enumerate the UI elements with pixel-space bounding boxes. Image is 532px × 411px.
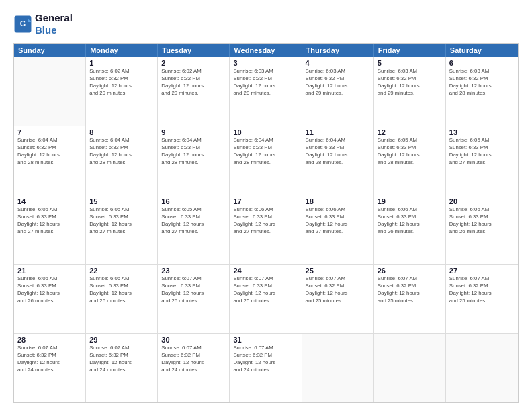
day-number: 19 [378,197,442,205]
day-number: 15 [89,197,154,205]
day-info: Sunrise: 6:07 AM Sunset: 6:32 PM Dayligh… [233,345,298,374]
day-cell-1: 1Sunrise: 6:02 AM Sunset: 6:32 PM Daylig… [86,57,158,126]
day-number: 22 [89,267,154,275]
day-info: Sunrise: 6:04 AM Sunset: 6:33 PM Dayligh… [306,137,370,167]
day-number: 7 [17,128,82,136]
day-cell-30: 30Sunrise: 6:07 AM Sunset: 6:32 PM Dayli… [158,334,230,402]
day-info: Sunrise: 6:07 AM Sunset: 6:32 PM Dayligh… [89,345,154,374]
day-cell-5: 5Sunrise: 6:03 AM Sunset: 6:32 PM Daylig… [374,57,446,126]
day-info: Sunrise: 6:05 AM Sunset: 6:33 PM Dayligh… [449,137,515,167]
day-info: Sunrise: 6:07 AM Sunset: 6:33 PM Dayligh… [161,275,226,305]
day-cell-10: 10Sunrise: 6:04 AM Sunset: 6:33 PM Dayli… [230,126,302,195]
day-cell-23: 23Sunrise: 6:07 AM Sunset: 6:33 PM Dayli… [158,265,230,333]
day-info: Sunrise: 6:07 AM Sunset: 6:33 PM Dayligh… [233,275,298,305]
day-cell-15: 15Sunrise: 6:05 AM Sunset: 6:33 PM Dayli… [86,195,158,264]
day-number: 11 [306,128,370,136]
day-number: 16 [161,197,226,205]
day-info: Sunrise: 6:06 AM Sunset: 6:33 PM Dayligh… [89,275,154,305]
day-number: 21 [17,267,82,275]
day-cell-25: 25Sunrise: 6:07 AM Sunset: 6:32 PM Dayli… [302,265,374,333]
week-row-1: 7Sunrise: 6:04 AM Sunset: 6:32 PM Daylig… [14,126,518,195]
logo-icon: G [13,15,32,34]
day-number: 18 [306,197,370,205]
day-number: 23 [161,267,226,275]
day-info: Sunrise: 6:05 AM Sunset: 6:33 PM Dayligh… [378,137,442,167]
day-cell-7: 7Sunrise: 6:04 AM Sunset: 6:32 PM Daylig… [14,126,86,195]
day-info: Sunrise: 6:04 AM Sunset: 6:33 PM Dayligh… [89,137,154,167]
day-number: 30 [161,336,226,344]
day-number: 4 [306,59,370,67]
calendar: SundayMondayTuesdayWednesdayThursdayFrid… [13,43,519,403]
day-number: 13 [449,128,515,136]
day-info: Sunrise: 6:04 AM Sunset: 6:33 PM Dayligh… [233,137,298,167]
day-info: Sunrise: 6:07 AM Sunset: 6:32 PM Dayligh… [161,345,226,374]
day-number: 20 [449,197,515,205]
empty-cell [302,334,374,402]
day-info: Sunrise: 6:07 AM Sunset: 6:32 PM Dayligh… [17,345,82,374]
day-cell-17: 17Sunrise: 6:06 AM Sunset: 6:33 PM Dayli… [230,195,302,264]
day-info: Sunrise: 6:03 AM Sunset: 6:32 PM Dayligh… [233,68,298,97]
day-cell-19: 19Sunrise: 6:06 AM Sunset: 6:33 PM Dayli… [374,195,446,264]
day-info: Sunrise: 6:06 AM Sunset: 6:33 PM Dayligh… [306,206,370,236]
logo: G General Blue [13,12,73,36]
day-info: Sunrise: 6:02 AM Sunset: 6:32 PM Dayligh… [89,68,154,97]
calendar-header: SundayMondayTuesdayWednesdayThursdayFrid… [14,44,518,57]
day-info: Sunrise: 6:04 AM Sunset: 6:32 PM Dayligh… [17,137,82,167]
header-day-monday: Monday [86,44,158,57]
header-day-friday: Friday [374,44,446,57]
day-cell-16: 16Sunrise: 6:05 AM Sunset: 6:33 PM Dayli… [158,195,230,264]
day-number: 12 [378,128,442,136]
day-cell-21: 21Sunrise: 6:06 AM Sunset: 6:33 PM Dayli… [14,265,86,333]
day-info: Sunrise: 6:07 AM Sunset: 6:32 PM Dayligh… [378,275,442,305]
week-row-4: 28Sunrise: 6:07 AM Sunset: 6:32 PM Dayli… [14,334,518,402]
day-number: 10 [233,128,298,136]
day-number: 5 [378,59,442,67]
day-number: 24 [233,267,298,275]
header-day-saturday: Saturday [446,44,518,57]
day-number: 25 [306,267,370,275]
day-cell-3: 3Sunrise: 6:03 AM Sunset: 6:32 PM Daylig… [230,57,302,126]
day-info: Sunrise: 6:06 AM Sunset: 6:33 PM Dayligh… [233,206,298,236]
week-row-3: 21Sunrise: 6:06 AM Sunset: 6:33 PM Dayli… [14,265,518,334]
header-day-sunday: Sunday [14,44,86,57]
header-day-thursday: Thursday [302,44,374,57]
day-info: Sunrise: 6:06 AM Sunset: 6:33 PM Dayligh… [378,206,442,236]
day-info: Sunrise: 6:03 AM Sunset: 6:32 PM Dayligh… [378,68,442,97]
header-day-tuesday: Tuesday [158,44,230,57]
day-info: Sunrise: 6:03 AM Sunset: 6:32 PM Dayligh… [449,68,515,97]
logo-text: General Blue [35,12,73,36]
day-number: 8 [89,128,154,136]
day-cell-4: 4Sunrise: 6:03 AM Sunset: 6:32 PM Daylig… [302,57,374,126]
day-number: 6 [449,59,515,67]
calendar-body: 1Sunrise: 6:02 AM Sunset: 6:32 PM Daylig… [14,57,518,402]
day-number: 1 [89,59,154,67]
day-cell-20: 20Sunrise: 6:06 AM Sunset: 6:33 PM Dayli… [446,195,518,264]
day-info: Sunrise: 6:03 AM Sunset: 6:32 PM Dayligh… [306,68,370,97]
day-cell-18: 18Sunrise: 6:06 AM Sunset: 6:33 PM Dayli… [302,195,374,264]
svg-text:G: G [20,19,26,28]
day-cell-29: 29Sunrise: 6:07 AM Sunset: 6:32 PM Dayli… [86,334,158,402]
day-info: Sunrise: 6:07 AM Sunset: 6:32 PM Dayligh… [306,275,370,305]
day-number: 31 [233,336,298,344]
day-cell-22: 22Sunrise: 6:06 AM Sunset: 6:33 PM Dayli… [86,265,158,333]
day-info: Sunrise: 6:02 AM Sunset: 6:32 PM Dayligh… [161,68,226,97]
day-number: 9 [161,128,226,136]
day-number: 3 [233,59,298,67]
day-cell-14: 14Sunrise: 6:05 AM Sunset: 6:33 PM Dayli… [14,195,86,264]
day-cell-27: 27Sunrise: 6:07 AM Sunset: 6:32 PM Dayli… [446,265,518,333]
day-cell-9: 9Sunrise: 6:04 AM Sunset: 6:33 PM Daylig… [158,126,230,195]
day-number: 26 [378,267,442,275]
page: G General Blue SundayMondayTuesdayWednes… [0,0,532,411]
day-cell-11: 11Sunrise: 6:04 AM Sunset: 6:33 PM Dayli… [302,126,374,195]
day-cell-24: 24Sunrise: 6:07 AM Sunset: 6:33 PM Dayli… [230,265,302,333]
empty-cell [374,334,446,402]
day-cell-13: 13Sunrise: 6:05 AM Sunset: 6:33 PM Dayli… [446,126,518,195]
day-cell-31: 31Sunrise: 6:07 AM Sunset: 6:32 PM Dayli… [230,334,302,402]
day-info: Sunrise: 6:04 AM Sunset: 6:33 PM Dayligh… [161,137,226,167]
day-number: 27 [449,267,515,275]
header: G General Blue [13,12,519,36]
empty-cell [446,334,518,402]
day-cell-2: 2Sunrise: 6:02 AM Sunset: 6:32 PM Daylig… [158,57,230,126]
header-day-wednesday: Wednesday [230,44,302,57]
day-number: 28 [17,336,82,344]
